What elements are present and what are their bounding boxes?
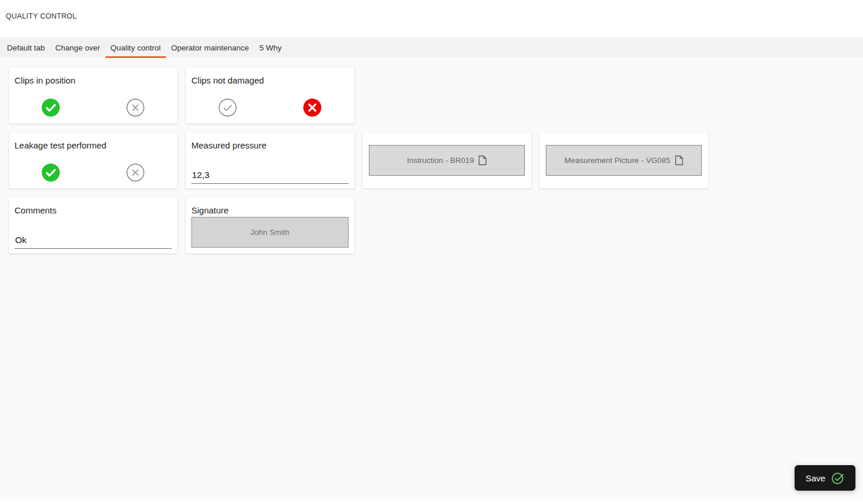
pass-option-selected[interactable] [9,164,93,182]
save-button-label: Save [806,473,825,483]
pass-fail-options [9,164,177,182]
check-circle-filled-green-icon [42,164,60,182]
card-label: Leakage test performed [14,140,172,150]
x-circle-outline-gray-icon [126,99,144,117]
card-label: Comments [14,205,172,215]
measurement-picture-button[interactable]: Measurement Picture - VG085 [546,145,702,176]
tab-change-over[interactable]: Change over [50,37,105,58]
comments-input[interactable] [14,235,172,249]
pass-option[interactable] [186,99,270,117]
fail-option-selected[interactable] [270,99,355,117]
pass-fail-options [9,99,177,117]
save-button[interactable]: Save [795,465,855,491]
tab-5-why[interactable]: 5 Why [254,37,287,58]
card-measurement-picture-document: Measurement Picture - VG085 [539,132,708,188]
fail-option[interactable] [93,164,178,182]
card-label: Signature [191,205,349,215]
card-label: Clips not damaged [191,75,349,85]
tab-default-tab[interactable]: Default tab [2,37,50,58]
measurement-picture-label: Measurement Picture - VG085 [564,156,670,165]
page-title: QUALITY CONTROL [6,12,77,20]
card-measured-pressure: Measured pressure [186,132,354,188]
document-icon [675,155,683,165]
x-circle-outline-gray-icon [126,164,144,182]
card-label: Clips in position [14,75,172,85]
measured-pressure-input[interactable] [191,170,349,184]
tab-quality-control[interactable]: Quality control [106,37,166,58]
card-instruction-document: Instruction - BR019 [362,132,531,188]
card-clips-not-damaged: Clips not damaged [186,67,354,124]
titlebar: QUALITY CONTROL [0,0,863,37]
instruction-document-label: Instruction - BR019 [407,156,474,165]
card-clips-in-position: Clips in position [9,67,177,124]
tab-bar: Default tab Change over Quality control … [0,37,863,58]
tab-operator-maintenance[interactable]: Operator maintenance [166,37,254,58]
pass-fail-options [186,99,354,117]
instruction-document-button[interactable]: Instruction - BR019 [369,145,525,176]
card-comments: Comments [9,197,177,253]
quality-control-screen: QUALITY CONTROL Default tab Change over … [0,0,863,504]
card-label: Measured pressure [191,140,349,150]
card-grid: Clips in position [9,67,708,253]
pass-option-selected[interactable] [9,99,93,117]
card-signature: Signature John Smith [186,197,354,253]
check-circle-outline-gray-icon [219,99,237,117]
check-circle-outline-green-icon [831,472,844,485]
signature-button[interactable]: John Smith [191,217,349,248]
document-icon [478,155,487,165]
x-circle-filled-red-icon [303,99,321,117]
check-circle-filled-green-icon [42,99,60,117]
card-leakage-test-performed: Leakage test performed [9,132,177,188]
fail-option[interactable] [93,99,178,117]
form-content: Clips in position [0,58,863,500]
